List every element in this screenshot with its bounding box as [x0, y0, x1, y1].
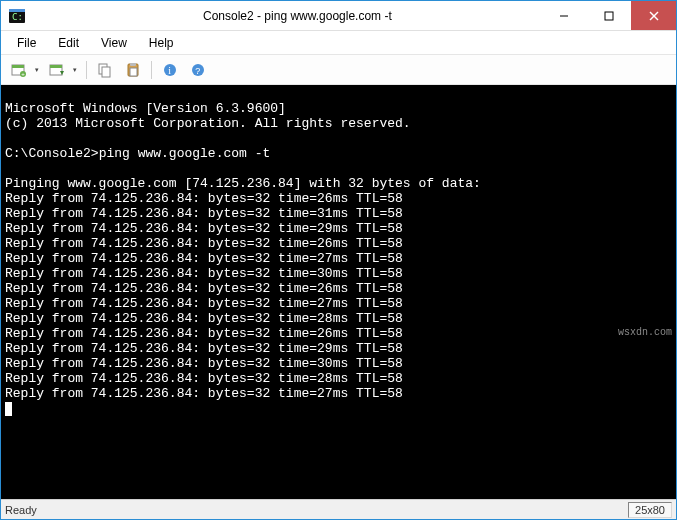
svg-text:C:: C: — [12, 12, 23, 22]
console-reply: Reply from 74.125.236.84: bytes=32 time=… — [5, 341, 403, 356]
console-reply: Reply from 74.125.236.84: bytes=32 time=… — [5, 236, 403, 251]
menubar: File Edit View Help — [1, 31, 676, 55]
menu-file[interactable]: File — [7, 33, 46, 53]
menu-edit[interactable]: Edit — [48, 33, 89, 53]
console-line: Pinging www.google.com [74.125.236.84] w… — [5, 176, 481, 191]
help-icon: ? — [190, 62, 206, 78]
minimize-button[interactable] — [541, 1, 586, 30]
cursor — [5, 402, 12, 416]
console-tab-icon: + — [11, 62, 27, 78]
watermark: wsxdn.com — [618, 325, 672, 340]
console-reply: Reply from 74.125.236.84: bytes=32 time=… — [5, 371, 403, 386]
console-line: (c) 2013 Microsoft Corporation. All righ… — [5, 116, 411, 131]
info-button[interactable]: i — [157, 59, 183, 81]
menu-help[interactable]: Help — [139, 33, 184, 53]
console-reply: Reply from 74.125.236.84: bytes=32 time=… — [5, 191, 403, 206]
paste-button[interactable] — [120, 59, 146, 81]
copy-button[interactable] — [92, 59, 118, 81]
status-text: Ready — [5, 504, 37, 516]
console-line: Microsoft Windows [Version 6.3.9600] — [5, 101, 286, 116]
chevron-down-icon: ▾ — [73, 66, 77, 74]
console-reply: Reply from 74.125.236.84: bytes=32 time=… — [5, 281, 403, 296]
console-open-icon — [49, 62, 65, 78]
window-title: Console2 - ping www.google.com -t — [33, 9, 392, 23]
svg-rect-4 — [605, 12, 613, 20]
chevron-down-icon: ▾ — [35, 66, 39, 74]
close-button[interactable] — [631, 1, 676, 30]
svg-rect-18 — [130, 68, 137, 76]
open-button[interactable]: ▾ — [45, 59, 81, 81]
titlebar: C: Console2 - ping www.google.com -t — [1, 1, 676, 31]
paste-icon — [125, 62, 141, 78]
window-controls — [541, 1, 676, 30]
console-reply: Reply from 74.125.236.84: bytes=32 time=… — [5, 266, 403, 281]
titlebar-left: C: Console2 - ping www.google.com -t — [1, 8, 392, 24]
maximize-button[interactable] — [586, 1, 631, 30]
console-prompt: C:\Console2> — [5, 146, 99, 161]
svg-rect-17 — [130, 63, 136, 66]
svg-text:+: + — [21, 71, 25, 77]
svg-text:?: ? — [195, 66, 200, 76]
console-reply: Reply from 74.125.236.84: bytes=32 time=… — [5, 386, 403, 401]
console-command: ping www.google.com -t — [99, 146, 271, 161]
toolbar: + ▾ ▾ i ? — [1, 55, 676, 85]
console-output[interactable]: Microsoft Windows [Version 6.3.9600] (c)… — [1, 85, 676, 499]
svg-rect-8 — [12, 65, 24, 68]
info-icon: i — [162, 62, 178, 78]
console-reply: Reply from 74.125.236.84: bytes=32 time=… — [5, 221, 403, 236]
toolbar-separator — [86, 61, 87, 79]
help-button[interactable]: ? — [185, 59, 211, 81]
console-reply: Reply from 74.125.236.84: bytes=32 time=… — [5, 206, 403, 221]
console-reply: Reply from 74.125.236.84: bytes=32 time=… — [5, 311, 403, 326]
console-reply: Reply from 74.125.236.84: bytes=32 time=… — [5, 296, 403, 311]
toolbar-separator — [151, 61, 152, 79]
app-icon: C: — [9, 8, 25, 24]
copy-icon — [97, 62, 113, 78]
console-reply: Reply from 74.125.236.84: bytes=32 time=… — [5, 356, 403, 371]
svg-rect-12 — [50, 65, 62, 68]
statusbar: Ready 25x80 — [1, 499, 676, 519]
status-dimensions: 25x80 — [628, 502, 672, 518]
console-reply: Reply from 74.125.236.84: bytes=32 time=… — [5, 251, 403, 266]
new-tab-button[interactable]: + ▾ — [7, 59, 43, 81]
svg-text:i: i — [168, 65, 171, 76]
console-reply: Reply from 74.125.236.84: bytes=32 time=… — [5, 326, 403, 341]
svg-rect-15 — [102, 67, 110, 77]
menu-view[interactable]: View — [91, 33, 137, 53]
